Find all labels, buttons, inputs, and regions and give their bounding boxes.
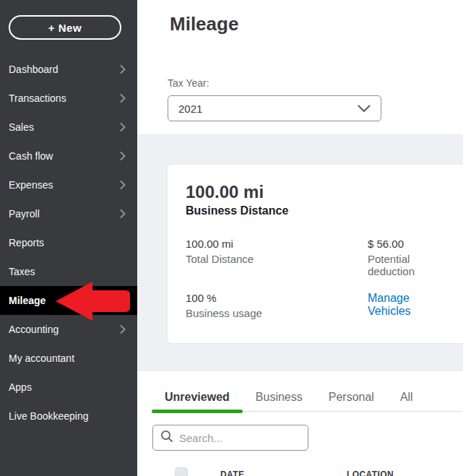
tab-personal[interactable]: Personal [316,390,387,411]
summary-section-background: 100.00 mi Business Distance 100.00 mi To… [137,134,463,371]
chevron-right-icon [120,152,126,160]
search-box[interactable] [152,425,308,451]
tax-year-dropdown[interactable]: 2021 [168,95,381,121]
business-distance-label: Business Distance [186,204,445,217]
column-header-date: DATE [220,469,244,476]
sidebar-nav: Dashboard Transactions Sales Cash flow E… [0,55,137,430]
chevron-right-icon [120,94,126,103]
sidebar-item-live-bookkeeping[interactable]: Live Bookkeeping [0,402,137,430]
new-button[interactable]: + New [9,15,121,40]
chevron-right-icon [120,209,126,218]
select-all-checkbox[interactable] [175,467,188,476]
main-content: Mileage Tax Year: 2021 100.00 mi Busines… [137,0,463,476]
mileage-tabs: Unreviewed Business Personal All [152,390,463,412]
tax-year-label: Tax Year: [168,77,209,89]
sidebar-item-expenses[interactable]: Expenses [0,170,137,199]
business-usage-stat: 100 % Business usage [186,292,368,321]
chevron-right-icon [120,325,126,334]
sidebar-item-sales[interactable]: Sales [0,113,137,142]
sidebar-item-reports[interactable]: Reports [0,228,137,257]
tab-unreviewed[interactable]: Unreviewed [152,390,243,411]
tab-all[interactable]: All [387,390,426,411]
tax-year-value: 2021 [178,103,358,115]
column-header-location: LOCATION [347,469,394,476]
chevron-down-icon [358,103,371,115]
chevron-right-icon [120,123,126,131]
sidebar-item-dashboard[interactable]: Dashboard [0,55,137,84]
red-arrow-annotation [51,278,134,325]
manage-vehicles-link[interactable]: Manage Vehicles [368,292,445,318]
potential-deduction-stat: $ 56.00 Potential deduction [368,238,445,277]
sidebar-item-cash-flow[interactable]: Cash flow [0,142,137,170]
sidebar: + New Dashboard Transactions Sales Cash … [0,0,137,476]
sidebar-item-payroll[interactable]: Payroll [0,199,137,228]
page-title: Mileage [170,13,238,35]
sidebar-item-apps[interactable]: Apps [0,373,137,402]
tab-business[interactable]: Business [243,390,316,411]
search-icon [160,430,173,446]
chevron-right-icon [120,181,126,189]
mileage-summary-card: 100.00 mi Business Distance 100.00 mi To… [168,165,463,343]
sidebar-item-my-accountant[interactable]: My accountant [0,344,137,373]
sidebar-item-transactions[interactable]: Transactions [0,84,137,113]
search-input[interactable] [179,432,300,444]
total-distance-stat: 100.00 mi Total Distance [186,238,368,277]
business-distance-value: 100.00 mi [186,182,445,202]
chevron-right-icon [120,65,126,74]
